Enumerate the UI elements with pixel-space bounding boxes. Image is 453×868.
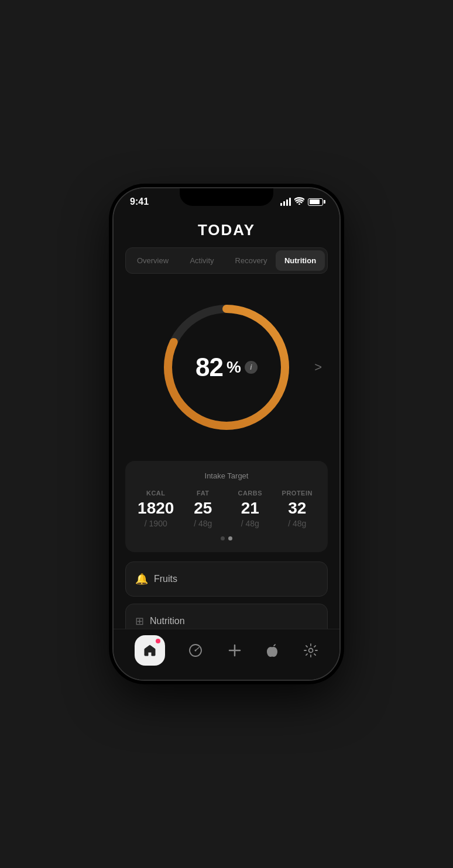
fruits-label: Fruits	[154, 574, 177, 584]
svg-line-4	[195, 647, 199, 650]
status-time: 9:41	[130, 197, 149, 207]
signal-bar-1	[280, 203, 282, 206]
signal-bar-3	[286, 199, 288, 206]
intake-label-protein: PROTEIN	[276, 490, 319, 497]
intake-value-protein: 32	[276, 500, 319, 516]
chevron-right-button[interactable]: >	[314, 360, 322, 375]
intake-target-carbs: / 48g	[229, 519, 272, 528]
status-icons	[280, 197, 323, 206]
donut-percent: 82	[195, 353, 223, 382]
nav-item-speed[interactable]	[188, 643, 203, 658]
signal-bar-4	[289, 198, 291, 206]
fruits-icon: 🔔	[135, 573, 148, 585]
page-header: TODAY	[114, 211, 339, 247]
info-icon[interactable]: i	[245, 361, 258, 374]
donut-percent-sign: %	[227, 358, 241, 377]
nav-item-apple[interactable]	[266, 643, 280, 658]
intake-card: Intake Target KCAL 1820 / 1900 FAT 25 / …	[125, 461, 328, 552]
battery-icon	[308, 198, 323, 206]
home-button[interactable]	[135, 635, 165, 666]
nav-item-settings[interactable]	[303, 643, 318, 658]
svg-point-7	[309, 649, 313, 653]
home-notification-dot	[156, 639, 160, 643]
dot-1	[221, 536, 225, 540]
nutrition-list-icon: ⊞	[135, 615, 144, 628]
tab-bar: Overview Activity Recovery Nutrition	[125, 247, 328, 274]
intake-col-carbs: CARBS 21 / 48g	[229, 490, 272, 528]
intake-value-kcal: 1820	[135, 500, 177, 516]
tab-recovery[interactable]: Recovery	[227, 250, 276, 271]
intake-label-kcal: KCAL	[135, 490, 177, 497]
battery-fill	[310, 199, 320, 204]
intake-value-fat: 25	[182, 500, 225, 516]
intake-grid: KCAL 1820 / 1900 FAT 25 / 48g CARBS 21 /…	[135, 490, 318, 528]
intake-col-kcal: KCAL 1820 / 1900	[135, 490, 177, 528]
intake-target-protein: / 48g	[276, 519, 319, 528]
intake-title: Intake Target	[135, 471, 318, 480]
intake-col-protein: PROTEIN 32 / 48g	[276, 490, 319, 528]
bottom-nav	[114, 629, 339, 680]
phone-screen: 9:41	[114, 188, 339, 680]
intake-col-fat: FAT 25 / 48g	[182, 490, 225, 528]
phone-frame: 9:41	[112, 187, 341, 681]
tab-activity[interactable]: Activity	[177, 250, 227, 271]
intake-target-kcal: / 1900	[135, 519, 177, 528]
apple-icon	[266, 643, 280, 658]
intake-label-fat: FAT	[182, 490, 225, 497]
settings-icon	[303, 643, 318, 658]
list-item-nutrition[interactable]: ⊞ Nutrition	[125, 604, 328, 629]
tab-overview[interactable]: Overview	[128, 250, 177, 271]
page-title: TODAY	[114, 221, 339, 239]
scroll-content[interactable]: TODAY Overview Activity Recovery Nutriti…	[114, 211, 339, 629]
intake-value-carbs: 21	[229, 500, 272, 516]
nav-item-add[interactable]	[227, 642, 243, 659]
donut-center: 82 % i	[195, 353, 258, 382]
tab-nutrition[interactable]: Nutrition	[276, 250, 325, 271]
speed-icon	[188, 643, 203, 658]
home-icon	[143, 643, 157, 657]
dots-indicator	[135, 536, 318, 540]
dot-2	[228, 536, 232, 540]
intake-label-carbs: CARBS	[229, 490, 272, 497]
add-icon	[227, 642, 243, 659]
signal-bars	[280, 198, 291, 206]
signal-bar-2	[283, 201, 285, 206]
wifi-icon	[294, 197, 304, 206]
chart-section: 82 % i >	[125, 285, 328, 449]
donut-container: 82 % i	[156, 297, 297, 438]
notch	[180, 188, 273, 206]
list-item-fruits[interactable]: 🔔 Fruits	[125, 562, 328, 597]
nav-item-home[interactable]	[135, 635, 165, 666]
intake-target-fat: / 48g	[182, 519, 225, 528]
nutrition-list-label: Nutrition	[150, 616, 185, 626]
